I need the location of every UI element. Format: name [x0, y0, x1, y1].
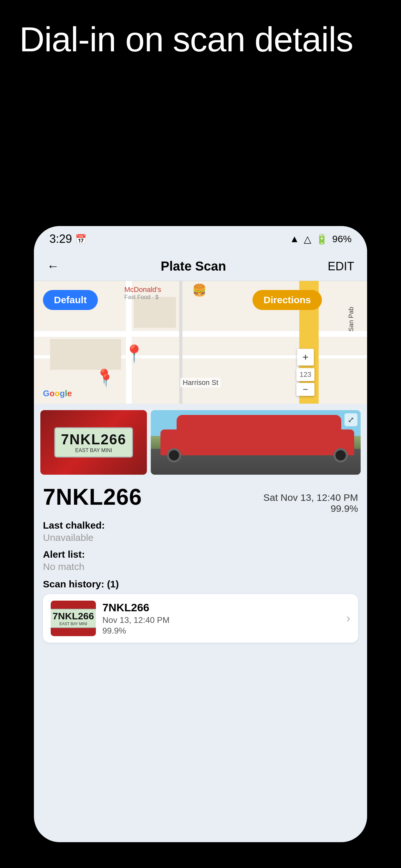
back-arrow-icon: ← — [47, 259, 59, 273]
calendar-icon: 📅 — [75, 234, 87, 244]
map-zoom-out-button[interactable]: − — [297, 383, 314, 396]
last-chalked-label: Last chalked: — [43, 520, 358, 531]
harrison-label: Harrison St — [180, 378, 221, 388]
last-chalked-value: Unavailable — [43, 532, 358, 543]
page-title: Plate Scan — [161, 259, 226, 274]
status-icons: ▲ △ 🔋 96% — [289, 234, 351, 245]
plate-image-inner: 7NKL266 EAST BAY MINI — [40, 410, 147, 475]
history-plate-thumbnail: 7NKL266 EAST BAY MINI — [51, 600, 96, 636]
alert-list-row: Alert list: No match — [43, 549, 358, 572]
details-section: 7NKL266 Sat Nov 13, 12:40 PM 99.9% Last … — [34, 478, 367, 579]
scan-history-label: Scan history: (1) — [43, 579, 358, 590]
car-image[interactable]: ⤢ — [151, 410, 361, 475]
expand-icon[interactable]: ⤢ — [344, 413, 358, 426]
wifi-icon: ▲ — [289, 234, 299, 244]
plate-number-image-text: 7NKL266 — [61, 431, 126, 447]
plate-image[interactable]: 7NKL266 EAST BAY MINI — [40, 410, 147, 475]
mcdonalds-sub: Fast Food · $ — [124, 294, 158, 301]
map-background: McDonald's Fast Food · $ 🍔 Harrison St S… — [34, 281, 367, 404]
car-image-inner — [151, 410, 361, 475]
last-chalked-row: Last chalked: Unavailable — [43, 520, 358, 543]
battery-icon: 🔋 — [316, 234, 328, 245]
scan-info-right: Sat Nov 13, 12:40 PM 99.9% — [264, 492, 359, 514]
map-pin-main: 📍 — [124, 344, 145, 364]
alert-list-label: Alert list: — [43, 549, 358, 560]
history-plate-state-text: EAST BAY MINI — [53, 622, 94, 626]
history-plate-number: 7NKL266 — [102, 601, 340, 614]
scan-datetime: Sat Nov 13, 12:40 PM — [264, 492, 359, 503]
history-card[interactable]: 7NKL266 EAST BAY MINI 7NKL266 Nov 13, 12… — [43, 594, 358, 643]
battery-percentage: 96% — [332, 234, 351, 244]
back-button[interactable]: ← — [47, 259, 59, 273]
map-zoom-level: 123 — [297, 368, 314, 381]
directions-button[interactable]: Directions — [252, 290, 322, 310]
map-container[interactable]: McDonald's Fast Food · $ 🍔 Harrison St S… — [34, 281, 367, 404]
history-plate-display: 7NKL266 EAST BAY MINI — [51, 609, 96, 628]
default-button[interactable]: Default — [43, 290, 98, 310]
top-bar: ← Plate Scan EDIT — [34, 252, 367, 281]
history-info: 7NKL266 Nov 13, 12:40 PM 99.9% — [102, 601, 340, 636]
history-chevron-icon: › — [346, 612, 350, 625]
history-plate-num-text: 7NKL266 — [53, 611, 94, 622]
history-date: Nov 13, 12:40 PM — [102, 615, 340, 625]
map-block-1 — [134, 297, 176, 328]
mcdonalds-label: McDonald's — [124, 285, 161, 294]
status-bar: 3:29 📅 ▲ △ 🔋 96% — [34, 226, 367, 252]
alert-list-value: No match — [43, 561, 358, 572]
mcdonalds-icon: 🍔 — [192, 283, 207, 297]
images-row: 7NKL266 EAST BAY MINI ⤢ — [34, 404, 367, 478]
plate-display: 7NKL266 EAST BAY MINI — [54, 427, 133, 458]
plate-state-image-text: EAST BAY MINI — [61, 447, 126, 454]
phone-frame: 3:29 📅 ▲ △ 🔋 96% ← Plate Scan EDIT — [34, 226, 367, 842]
google-logo: Google — [43, 389, 72, 399]
map-location-icon[interactable]: 📍 — [98, 373, 114, 388]
signal-icon: △ — [304, 234, 311, 245]
scan-history-section: Scan history: (1) 7NKL266 EAST BAY MINI … — [34, 579, 367, 649]
map-zoom-in-button[interactable]: + — [297, 349, 314, 366]
scan-confidence: 99.9% — [264, 503, 359, 514]
status-time: 3:29 — [50, 232, 72, 246]
san-pablo-label: San Pab — [347, 307, 355, 332]
map-block-2 — [50, 339, 121, 370]
edit-button[interactable]: EDIT — [328, 259, 354, 273]
hero-title: Dial-in on scan details — [19, 20, 382, 59]
car-wheel-left — [167, 448, 181, 462]
history-confidence: 99.9% — [102, 626, 340, 636]
car-body — [160, 430, 354, 455]
car-wheel-right — [334, 448, 348, 462]
